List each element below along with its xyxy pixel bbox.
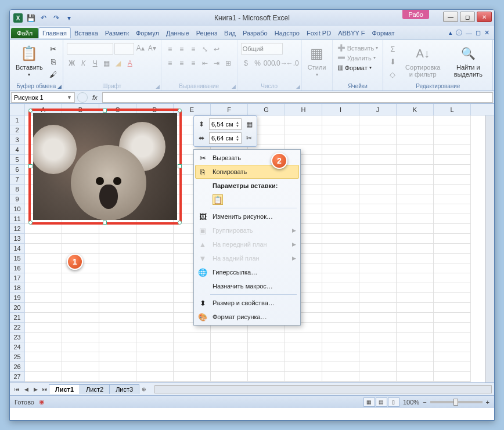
- cell[interactable]: [322, 145, 359, 155]
- cell[interactable]: [25, 313, 62, 323]
- cell[interactable]: [25, 362, 62, 372]
- cell[interactable]: [136, 293, 174, 303]
- row-header[interactable]: 9: [10, 194, 24, 204]
- cell[interactable]: [99, 303, 136, 313]
- cell[interactable]: [434, 194, 471, 204]
- cell[interactable]: [359, 313, 397, 323]
- row-header[interactable]: 13: [10, 234, 24, 244]
- cell[interactable]: [136, 342, 174, 352]
- row-header[interactable]: 17: [10, 273, 24, 283]
- cancel-icon[interactable]: [77, 92, 88, 103]
- cell[interactable]: [322, 194, 359, 204]
- cell[interactable]: [359, 293, 397, 303]
- cell[interactable]: [434, 145, 471, 155]
- cell[interactable]: [434, 372, 471, 382]
- cell[interactable]: [359, 185, 397, 194]
- cell[interactable]: [174, 362, 211, 372]
- cell[interactable]: [359, 165, 397, 175]
- cell[interactable]: [397, 165, 434, 175]
- font-launcher-icon[interactable]: ◢: [156, 84, 160, 89]
- col-header[interactable]: H: [285, 104, 322, 115]
- cell[interactable]: [434, 244, 471, 254]
- copy-icon[interactable]: ⎘: [48, 56, 59, 67]
- row-header[interactable]: 12: [10, 224, 24, 234]
- cell[interactable]: [434, 155, 471, 165]
- cell[interactable]: [99, 323, 136, 333]
- resize-handle-s[interactable]: [103, 221, 107, 225]
- cell[interactable]: [136, 224, 174, 234]
- mdi-restore-icon[interactable]: ◻: [476, 29, 481, 37]
- row-header[interactable]: 22: [10, 323, 24, 333]
- cell[interactable]: [397, 254, 434, 263]
- cell[interactable]: [322, 165, 359, 175]
- cell[interactable]: [359, 234, 397, 244]
- indent-dec-icon[interactable]: ⇤: [200, 58, 210, 68]
- cell[interactable]: [322, 155, 359, 165]
- cell[interactable]: [25, 283, 62, 293]
- cell[interactable]: [322, 323, 359, 333]
- align-center-icon[interactable]: ≡: [177, 58, 187, 68]
- format-cells-button[interactable]: ▥Формат▾: [336, 63, 380, 73]
- cell[interactable]: [99, 224, 136, 234]
- cell[interactable]: [25, 333, 62, 342]
- cell[interactable]: [285, 333, 322, 342]
- cell[interactable]: [136, 323, 174, 333]
- close-button[interactable]: ✕: [477, 12, 492, 22]
- cell[interactable]: [434, 362, 471, 372]
- grow-font-icon[interactable]: A▴: [135, 43, 146, 53]
- cell[interactable]: [62, 303, 99, 313]
- cell[interactable]: [322, 125, 359, 135]
- cell[interactable]: [322, 352, 359, 362]
- cell[interactable]: [397, 362, 434, 372]
- sheet-tab-2[interactable]: Лист2: [80, 384, 110, 394]
- cell[interactable]: [322, 224, 359, 234]
- tab-format[interactable]: Формат: [368, 28, 398, 38]
- cell[interactable]: [397, 263, 434, 273]
- sheet-nav-last[interactable]: ⏭: [40, 385, 49, 394]
- merge-icon[interactable]: ⊞: [223, 58, 233, 68]
- align-left-icon[interactable]: ≡: [165, 58, 175, 68]
- cell[interactable]: [397, 283, 434, 293]
- zoom-out-button[interactable]: −: [423, 399, 426, 406]
- indent-inc-icon[interactable]: ⇥: [211, 58, 222, 68]
- vertical-scrollbar[interactable]: [485, 115, 494, 382]
- cell[interactable]: [62, 352, 99, 362]
- cell[interactable]: [397, 372, 434, 382]
- cell[interactable]: [322, 303, 359, 313]
- cell[interactable]: [397, 273, 434, 283]
- styles-button[interactable]: ▦ Стили ▾: [305, 43, 329, 78]
- row-header[interactable]: 16: [10, 263, 24, 273]
- cell[interactable]: [359, 362, 397, 372]
- cell[interactable]: [322, 175, 359, 185]
- cell[interactable]: [359, 214, 397, 224]
- cell[interactable]: [359, 155, 397, 165]
- cell[interactable]: [174, 342, 211, 352]
- format-painter-icon[interactable]: 🖌: [48, 68, 59, 80]
- cell[interactable]: [322, 283, 359, 293]
- cell[interactable]: [359, 204, 397, 214]
- cell[interactable]: [174, 333, 211, 342]
- cell[interactable]: [434, 224, 471, 234]
- row-header[interactable]: 2: [10, 125, 24, 135]
- cell[interactable]: [62, 372, 99, 382]
- cell[interactable]: [211, 352, 248, 362]
- worksheet-grid[interactable]: 1234567891011121314151617181920212223242…: [10, 104, 494, 382]
- resize-handle-nw[interactable]: [28, 109, 33, 113]
- cell[interactable]: [322, 333, 359, 342]
- font-size-select[interactable]: [114, 43, 134, 55]
- cell[interactable]: [285, 135, 322, 145]
- cell[interactable]: [136, 234, 174, 244]
- font-name-select[interactable]: [67, 43, 113, 55]
- row-header[interactable]: 14: [10, 244, 24, 254]
- cell[interactable]: [434, 263, 471, 273]
- cell[interactable]: [397, 155, 434, 165]
- height-spinner[interactable]: 6,54 см▲▼: [209, 118, 242, 130]
- view-layout-icon[interactable]: ▤: [376, 398, 387, 407]
- tab-layout[interactable]: Разметк: [102, 28, 132, 38]
- cell[interactable]: [248, 342, 285, 352]
- find-select-button[interactable]: 🔍 Найти и выделить: [447, 43, 489, 79]
- row-header[interactable]: 11: [10, 214, 24, 224]
- cell[interactable]: [136, 352, 174, 362]
- cell[interactable]: [62, 342, 99, 352]
- cell[interactable]: [211, 333, 248, 342]
